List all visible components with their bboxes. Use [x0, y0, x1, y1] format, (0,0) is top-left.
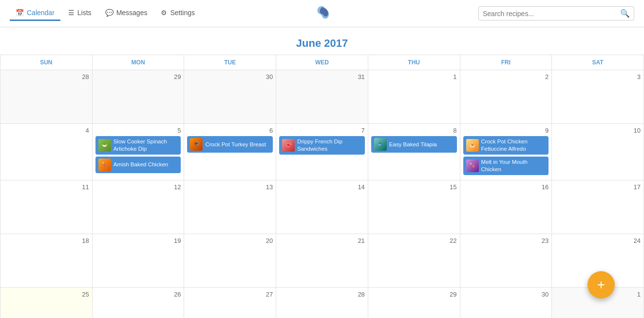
calendar-icon: 📅	[16, 9, 24, 17]
event-crock-chicken[interactable]: 🍝 Crock Pot Chicken Fettuccine Alfredo	[463, 136, 549, 155]
cal-cell-27[interactable]: 27	[184, 288, 276, 318]
lists-icon: ☰	[68, 9, 75, 17]
event-amish-chicken[interactable]: 🍗 Amish Baked Chicken	[95, 157, 181, 173]
cal-cell-9[interactable]: 9 🍝 Crock Pot Chicken Fettuccine Alfredo…	[460, 124, 552, 180]
app-logo	[313, 4, 331, 23]
nav-messages[interactable]: 💬 Messages	[99, 6, 153, 21]
cal-cell-28[interactable]: 28	[276, 288, 368, 318]
cal-cell-19[interactable]: 19	[93, 234, 185, 288]
event-spinach-dip[interactable]: 🥗 Slow Cooker Spinach Artichoke Dip	[95, 136, 181, 155]
cal-cell-15[interactable]: 15	[368, 180, 460, 234]
cal-cell-10[interactable]: 10	[552, 124, 644, 180]
nav-calendar-label: Calendar	[27, 9, 55, 17]
cal-cell-20[interactable]: 20	[184, 234, 276, 288]
event-tilapia[interactable]: 🐟 Easy Baked Tilapia	[371, 136, 457, 153]
cal-cell-6[interactable]: 6 🦃 Crock Pot Turkey Breast	[184, 124, 276, 180]
event-thumb-amish: 🍗	[98, 159, 111, 171]
search-area: 🔍	[478, 6, 634, 20]
cal-cell-2[interactable]: 2	[460, 70, 552, 124]
search-button[interactable]: 🔍	[620, 9, 630, 18]
cal-cell-31-may[interactable]: 31	[276, 70, 368, 124]
cal-cell-3[interactable]: 3	[552, 70, 644, 124]
calendar-title: June 2017	[0, 27, 644, 55]
day-header-tue: TUE	[184, 55, 276, 70]
day-header-wed: WED	[276, 55, 368, 70]
day-header-sun: SUN	[0, 55, 93, 70]
cal-cell-12[interactable]: 12	[93, 180, 185, 234]
cal-cell-17[interactable]: 17	[552, 180, 644, 234]
cal-cell-25-today[interactable]: 25	[0, 288, 93, 318]
event-thumb-crock-turkey: 🦃	[190, 138, 203, 151]
event-thumb-crock-chicken: 🍝	[466, 139, 479, 152]
cal-cell-1[interactable]: 1	[368, 70, 460, 124]
search-input[interactable]	[483, 10, 620, 18]
nav-lists[interactable]: ☰ Lists	[62, 6, 97, 21]
event-drippy[interactable]: 🥩 Drippy French Dip Sandwiches	[279, 136, 365, 155]
event-label-tilapia: Easy Baked Tilapia	[389, 141, 437, 148]
cal-cell-30-may[interactable]: 30	[184, 70, 276, 124]
nav-settings-label: Settings	[170, 9, 195, 17]
day-header-mon: MON	[93, 55, 185, 70]
search-box: 🔍	[478, 6, 634, 20]
settings-icon: ⚙	[161, 9, 167, 17]
cal-cell-22[interactable]: 22	[368, 234, 460, 288]
event-crock-turkey[interactable]: 🦃 Crock Pot Turkey Breast	[187, 136, 273, 153]
event-label-spinach: Slow Cooker Spinach Artichoke Dip	[114, 138, 178, 153]
day-header-thu: THU	[368, 55, 460, 70]
event-melt-chicken[interactable]: 🍗 Melt in Your Mouth Chicken	[463, 157, 549, 175]
event-label-melt: Melt in Your Mouth Chicken	[481, 159, 546, 173]
event-label-amish: Amish Baked Chicken	[114, 161, 169, 168]
nav-lists-label: Lists	[77, 9, 92, 17]
calendar-grid: SUN MON TUE WED THU FRI SAT 28 29 30 31 …	[0, 55, 644, 318]
cal-cell-16[interactable]: 16	[460, 180, 552, 234]
cal-cell-29-may[interactable]: 29	[93, 70, 185, 124]
cal-cell-11[interactable]: 11	[0, 180, 93, 234]
cal-cell-18[interactable]: 18	[0, 234, 93, 288]
cal-cell-7[interactable]: 7 🥩 Drippy French Dip Sandwiches	[276, 124, 368, 180]
add-button[interactable]: +	[587, 271, 615, 298]
cal-cell-8[interactable]: 8 🐟 Easy Baked Tilapia	[368, 124, 460, 180]
event-thumb-tilapia: 🐟	[374, 138, 387, 151]
event-thumb-spinach: 🥗	[98, 139, 111, 152]
cal-cell-14[interactable]: 14	[276, 180, 368, 234]
nav-settings[interactable]: ⚙ Settings	[155, 6, 201, 21]
calendar-container: June 2017 SUN MON TUE WED THU FRI SAT 28…	[0, 27, 644, 318]
cal-cell-30[interactable]: 30	[460, 288, 552, 318]
event-label-crock-turkey: Crock Pot Turkey Breast	[205, 141, 266, 148]
messages-icon: 💬	[105, 9, 114, 17]
cal-cell-26[interactable]: 26	[93, 288, 185, 318]
cal-cell-4[interactable]: 4	[0, 124, 93, 180]
event-thumb-drippy: 🥩	[282, 139, 295, 152]
cal-cell-21[interactable]: 21	[276, 234, 368, 288]
cal-cell-23[interactable]: 23	[460, 234, 552, 288]
cal-cell-29[interactable]: 29	[368, 288, 460, 318]
day-header-fri: FRI	[460, 55, 552, 70]
event-label-drippy: Drippy French Dip Sandwiches	[297, 138, 362, 153]
event-label-crock-chicken: Crock Pot Chicken Fettuccine Alfredo	[481, 138, 546, 153]
cal-cell-5[interactable]: 5 🥗 Slow Cooker Spinach Artichoke Dip 🍗 …	[93, 124, 185, 180]
day-header-sat: SAT	[552, 55, 644, 70]
cal-cell-13[interactable]: 13	[184, 180, 276, 234]
nav-messages-label: Messages	[116, 9, 148, 17]
header: 📅 Calendar ☰ Lists 💬 Messages ⚙ Settings…	[0, 0, 644, 27]
main-nav: 📅 Calendar ☰ Lists 💬 Messages ⚙ Settings	[10, 6, 201, 21]
cal-cell-28-may[interactable]: 28	[0, 70, 93, 124]
event-thumb-melt: 🍗	[466, 159, 479, 172]
nav-calendar[interactable]: 📅 Calendar	[10, 6, 60, 21]
